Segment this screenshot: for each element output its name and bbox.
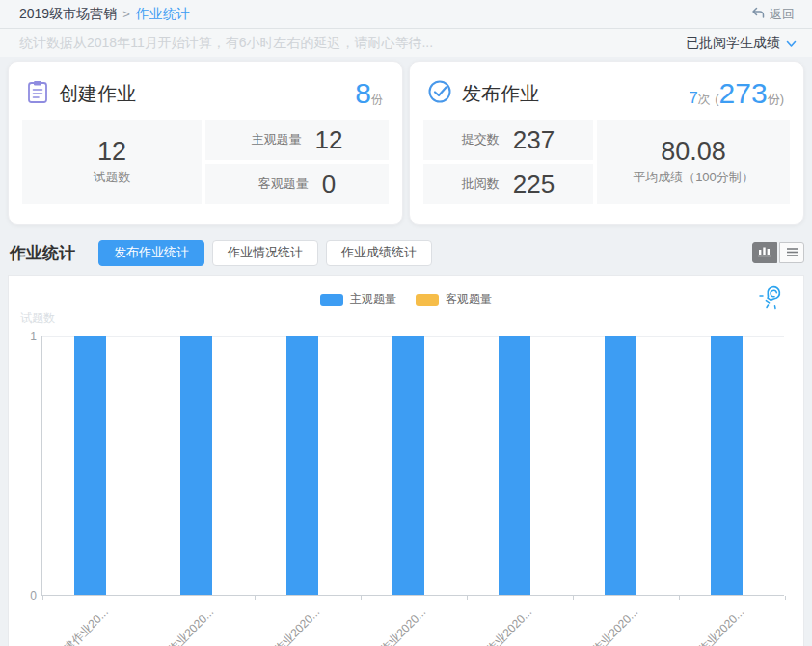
tab-publish-stats[interactable]: 发布作业统计 <box>98 240 204 266</box>
x-tick-mark <box>679 596 680 600</box>
chart-view-button[interactable] <box>752 242 777 263</box>
objective-count-cell: 客观题量 0 <box>205 164 389 204</box>
notice-bar: 统计数据从2018年11月开始计算，有6小时左右的延迟，请耐心等待... 已批阅… <box>0 29 812 57</box>
breadcrumb: 2019级市场营销 > 作业统计 <box>19 6 190 23</box>
x-tick-mark <box>573 596 574 600</box>
bar-chart-icon <box>758 244 771 261</box>
create-homework-card: 创建作业 8份 12 试题数 主观题量 12 客观题量 <box>8 61 403 225</box>
list-view-button[interactable] <box>779 242 804 263</box>
back-button[interactable]: 返回 <box>751 6 795 23</box>
y-tick-label: 1 <box>14 329 37 344</box>
page: 2019级市场营销 > 作业统计 返回 统计数据从2018年11月开始计算，有6… <box>0 0 812 646</box>
question-count-label: 试题数 <box>94 169 131 186</box>
x-axis-label: 作业2020... <box>377 605 430 646</box>
breadcrumb-parent[interactable]: 2019级市场营销 <box>19 6 117 23</box>
legend-label-objective: 客观题量 <box>446 291 492 308</box>
bar-主观题量[interactable] <box>605 336 636 595</box>
publish-homework-card: 发布作业 7次 (273份) 提交数 237 批阅数 225 <box>409 61 804 225</box>
x-tick-mark <box>255 596 256 600</box>
publish-card-body: 提交数 237 批阅数 225 80.08 平均成绩（100分制） <box>423 120 790 204</box>
publish-times-unit: 次 <box>698 92 711 106</box>
reviewed-count-cell: 批阅数 225 <box>423 164 593 204</box>
x-axis-label: 作业2020... <box>271 605 324 646</box>
back-label: 返回 <box>770 6 795 23</box>
summary-cards: 创建作业 8份 12 试题数 主观题量 12 客观题量 <box>8 61 804 225</box>
x-tick-mark <box>785 596 786 600</box>
publish-times-value: 7 <box>689 89 697 107</box>
subjective-count-cell: 主观题量 12 <box>205 120 389 160</box>
y-tick-label: 0 <box>14 588 37 604</box>
publish-card-title: 发布作业 <box>462 81 539 107</box>
objective-label: 客观题量 <box>258 175 309 193</box>
subjective-label: 主观题量 <box>252 131 302 148</box>
submitted-value: 237 <box>513 125 555 155</box>
bar-主观题量[interactable] <box>711 336 743 595</box>
section-title: 作业统计 <box>10 242 75 264</box>
bar-主观题量[interactable] <box>499 336 530 595</box>
publish-count-suffix: 份) <box>768 92 784 106</box>
create-count-value: 8 <box>355 77 371 109</box>
x-tick-mark <box>467 596 468 600</box>
create-card-body: 12 试题数 主观题量 12 客观题量 0 <box>22 120 389 204</box>
publish-count-value: 273 <box>719 77 768 109</box>
view-toggle <box>752 242 804 263</box>
objective-value: 0 <box>322 170 336 200</box>
reviewed-label: 批阅数 <box>462 175 500 193</box>
y-axis-title: 试题数 <box>20 310 55 327</box>
x-tick-mark <box>42 596 43 600</box>
check-circle-icon <box>427 79 452 108</box>
x-axis-label: 新建作业20... <box>52 605 112 646</box>
x-tick-mark <box>149 596 149 600</box>
publish-card-header: 发布作业 7次 (273份) <box>423 75 790 120</box>
x-tick-mark <box>361 596 362 600</box>
bar-主观题量[interactable] <box>74 336 106 595</box>
bar-主观题量[interactable] <box>392 336 424 595</box>
filter-label: 已批阅学生成绩 <box>686 35 780 52</box>
bar-主观题量[interactable] <box>180 336 212 595</box>
notice-text: 统计数据从2018年11月开始计算，有6小时左右的延迟，请耐心等待... <box>19 35 433 52</box>
score-filter-dropdown[interactable]: 已批阅学生成绩 <box>686 35 797 52</box>
legend-item-objective[interactable]: 客观题量 <box>416 291 492 308</box>
breadcrumb-current[interactable]: 作业统计 <box>136 6 190 23</box>
submitted-count-cell: 提交数 237 <box>423 120 593 160</box>
x-axis-label: 作业2020... <box>695 605 748 646</box>
bar-主观题量[interactable] <box>286 336 318 595</box>
chart-panel: 主观题量 客观题量 试题数 01新建作业20...作业2020...作业2020… <box>8 275 804 646</box>
legend-chip-subjective <box>320 294 343 306</box>
legend-item-subjective[interactable]: 主观题量 <box>320 291 396 308</box>
chart-legend: 主观题量 客观题量 <box>9 291 803 308</box>
chevron-down-icon <box>786 36 797 51</box>
average-score-cell: 80.08 平均成绩（100分制） <box>597 120 790 204</box>
subjective-value: 12 <box>315 125 343 155</box>
question-count-cell: 12 试题数 <box>22 120 202 204</box>
publish-card-count: 7次 (273份) <box>689 79 784 108</box>
submitted-label: 提交数 <box>462 131 500 148</box>
create-card-header: 创建作业 8份 <box>22 75 389 120</box>
x-axis-label: 作业2020... <box>165 605 218 646</box>
breadcrumb-bar: 2019级市场营销 > 作业统计 返回 <box>0 0 812 29</box>
clipboard-icon <box>26 79 49 108</box>
reviewed-value: 225 <box>513 170 555 200</box>
return-arrow-icon <box>751 7 765 22</box>
breadcrumb-separator: > <box>122 7 130 21</box>
legend-label-subjective: 主观题量 <box>350 291 396 308</box>
tab-score-stats[interactable]: 作业成绩统计 <box>326 240 432 266</box>
x-axis-label: 作业2020... <box>589 605 642 646</box>
stats-tabs: 发布作业统计 作业情况统计 作业成绩统计 <box>98 240 432 266</box>
x-axis-label: 作业2020... <box>483 605 536 646</box>
create-card-count: 8份 <box>355 79 383 108</box>
list-icon <box>786 244 798 261</box>
average-score-value: 80.08 <box>661 138 726 167</box>
tab-situation-stats[interactable]: 作业情况统计 <box>212 240 318 266</box>
average-score-label: 平均成绩（100分制） <box>633 169 754 186</box>
create-count-unit: 份 <box>371 93 383 106</box>
question-count-value: 12 <box>97 138 126 167</box>
stats-section-header: 作业统计 发布作业统计 作业情况统计 作业成绩统计 <box>8 238 804 267</box>
create-card-title: 创建作业 <box>59 81 136 107</box>
bar-chart-plot: 01新建作业20...作业2020...作业2020...作业2020...作业… <box>41 336 784 596</box>
legend-chip-objective <box>416 294 439 306</box>
